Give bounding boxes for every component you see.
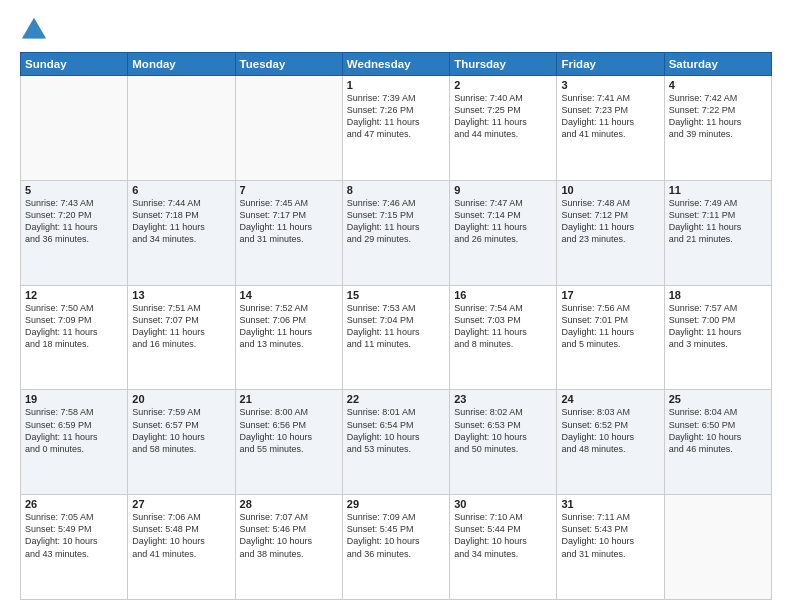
cell-content: Sunrise: 7:44 AM Sunset: 7:18 PM Dayligh… xyxy=(132,197,230,246)
calendar-cell: 4Sunrise: 7:42 AM Sunset: 7:22 PM Daylig… xyxy=(664,76,771,181)
calendar-cell: 19Sunrise: 7:58 AM Sunset: 6:59 PM Dayli… xyxy=(21,390,128,495)
days-header-row: SundayMondayTuesdayWednesdayThursdayFrid… xyxy=(21,53,772,76)
cell-content: Sunrise: 7:09 AM Sunset: 5:45 PM Dayligh… xyxy=(347,511,445,560)
calendar-week-row: 5Sunrise: 7:43 AM Sunset: 7:20 PM Daylig… xyxy=(21,180,772,285)
cell-content: Sunrise: 7:51 AM Sunset: 7:07 PM Dayligh… xyxy=(132,302,230,351)
calendar-cell: 1Sunrise: 7:39 AM Sunset: 7:26 PM Daylig… xyxy=(342,76,449,181)
cell-content: Sunrise: 7:11 AM Sunset: 5:43 PM Dayligh… xyxy=(561,511,659,560)
calendar-cell: 5Sunrise: 7:43 AM Sunset: 7:20 PM Daylig… xyxy=(21,180,128,285)
cell-content: Sunrise: 7:46 AM Sunset: 7:15 PM Dayligh… xyxy=(347,197,445,246)
calendar-cell: 7Sunrise: 7:45 AM Sunset: 7:17 PM Daylig… xyxy=(235,180,342,285)
day-header-saturday: Saturday xyxy=(664,53,771,76)
day-number: 7 xyxy=(240,184,338,196)
cell-content: Sunrise: 8:02 AM Sunset: 6:53 PM Dayligh… xyxy=(454,406,552,455)
day-number: 4 xyxy=(669,79,767,91)
day-number: 1 xyxy=(347,79,445,91)
calendar-cell: 27Sunrise: 7:06 AM Sunset: 5:48 PM Dayli… xyxy=(128,495,235,600)
cell-content: Sunrise: 7:41 AM Sunset: 7:23 PM Dayligh… xyxy=(561,92,659,141)
calendar-week-row: 12Sunrise: 7:50 AM Sunset: 7:09 PM Dayli… xyxy=(21,285,772,390)
cell-content: Sunrise: 7:07 AM Sunset: 5:46 PM Dayligh… xyxy=(240,511,338,560)
calendar-cell: 31Sunrise: 7:11 AM Sunset: 5:43 PM Dayli… xyxy=(557,495,664,600)
calendar-cell: 20Sunrise: 7:59 AM Sunset: 6:57 PM Dayli… xyxy=(128,390,235,495)
day-number: 29 xyxy=(347,498,445,510)
calendar-cell: 16Sunrise: 7:54 AM Sunset: 7:03 PM Dayli… xyxy=(450,285,557,390)
calendar-cell: 6Sunrise: 7:44 AM Sunset: 7:18 PM Daylig… xyxy=(128,180,235,285)
calendar-cell xyxy=(664,495,771,600)
day-number: 27 xyxy=(132,498,230,510)
day-number: 21 xyxy=(240,393,338,405)
header xyxy=(20,16,772,44)
day-number: 24 xyxy=(561,393,659,405)
cell-content: Sunrise: 7:57 AM Sunset: 7:00 PM Dayligh… xyxy=(669,302,767,351)
cell-content: Sunrise: 7:48 AM Sunset: 7:12 PM Dayligh… xyxy=(561,197,659,246)
day-number: 9 xyxy=(454,184,552,196)
cell-content: Sunrise: 7:56 AM Sunset: 7:01 PM Dayligh… xyxy=(561,302,659,351)
cell-content: Sunrise: 7:43 AM Sunset: 7:20 PM Dayligh… xyxy=(25,197,123,246)
calendar-cell: 26Sunrise: 7:05 AM Sunset: 5:49 PM Dayli… xyxy=(21,495,128,600)
calendar-cell: 13Sunrise: 7:51 AM Sunset: 7:07 PM Dayli… xyxy=(128,285,235,390)
day-number: 20 xyxy=(132,393,230,405)
day-number: 16 xyxy=(454,289,552,301)
calendar-cell: 9Sunrise: 7:47 AM Sunset: 7:14 PM Daylig… xyxy=(450,180,557,285)
calendar-cell: 30Sunrise: 7:10 AM Sunset: 5:44 PM Dayli… xyxy=(450,495,557,600)
day-number: 22 xyxy=(347,393,445,405)
cell-content: Sunrise: 7:53 AM Sunset: 7:04 PM Dayligh… xyxy=(347,302,445,351)
cell-content: Sunrise: 7:52 AM Sunset: 7:06 PM Dayligh… xyxy=(240,302,338,351)
cell-content: Sunrise: 7:42 AM Sunset: 7:22 PM Dayligh… xyxy=(669,92,767,141)
day-header-friday: Friday xyxy=(557,53,664,76)
day-number: 5 xyxy=(25,184,123,196)
day-header-thursday: Thursday xyxy=(450,53,557,76)
calendar-cell: 21Sunrise: 8:00 AM Sunset: 6:56 PM Dayli… xyxy=(235,390,342,495)
day-number: 6 xyxy=(132,184,230,196)
calendar-cell: 12Sunrise: 7:50 AM Sunset: 7:09 PM Dayli… xyxy=(21,285,128,390)
day-number: 28 xyxy=(240,498,338,510)
day-number: 31 xyxy=(561,498,659,510)
day-number: 11 xyxy=(669,184,767,196)
day-number: 30 xyxy=(454,498,552,510)
cell-content: Sunrise: 7:47 AM Sunset: 7:14 PM Dayligh… xyxy=(454,197,552,246)
cell-content: Sunrise: 7:10 AM Sunset: 5:44 PM Dayligh… xyxy=(454,511,552,560)
calendar-cell: 11Sunrise: 7:49 AM Sunset: 7:11 PM Dayli… xyxy=(664,180,771,285)
calendar-cell xyxy=(235,76,342,181)
calendar-week-row: 26Sunrise: 7:05 AM Sunset: 5:49 PM Dayli… xyxy=(21,495,772,600)
day-header-tuesday: Tuesday xyxy=(235,53,342,76)
cell-content: Sunrise: 7:45 AM Sunset: 7:17 PM Dayligh… xyxy=(240,197,338,246)
day-number: 13 xyxy=(132,289,230,301)
day-header-sunday: Sunday xyxy=(21,53,128,76)
day-header-wednesday: Wednesday xyxy=(342,53,449,76)
calendar-cell: 10Sunrise: 7:48 AM Sunset: 7:12 PM Dayli… xyxy=(557,180,664,285)
day-number: 2 xyxy=(454,79,552,91)
calendar-cell: 25Sunrise: 8:04 AM Sunset: 6:50 PM Dayli… xyxy=(664,390,771,495)
calendar-cell: 18Sunrise: 7:57 AM Sunset: 7:00 PM Dayli… xyxy=(664,285,771,390)
cell-content: Sunrise: 7:58 AM Sunset: 6:59 PM Dayligh… xyxy=(25,406,123,455)
day-number: 26 xyxy=(25,498,123,510)
cell-content: Sunrise: 7:05 AM Sunset: 5:49 PM Dayligh… xyxy=(25,511,123,560)
day-number: 17 xyxy=(561,289,659,301)
calendar-cell: 24Sunrise: 8:03 AM Sunset: 6:52 PM Dayli… xyxy=(557,390,664,495)
calendar-cell: 15Sunrise: 7:53 AM Sunset: 7:04 PM Dayli… xyxy=(342,285,449,390)
cell-content: Sunrise: 8:01 AM Sunset: 6:54 PM Dayligh… xyxy=(347,406,445,455)
calendar-cell xyxy=(128,76,235,181)
calendar-cell: 3Sunrise: 7:41 AM Sunset: 7:23 PM Daylig… xyxy=(557,76,664,181)
cell-content: Sunrise: 7:49 AM Sunset: 7:11 PM Dayligh… xyxy=(669,197,767,246)
day-number: 3 xyxy=(561,79,659,91)
cell-content: Sunrise: 7:54 AM Sunset: 7:03 PM Dayligh… xyxy=(454,302,552,351)
calendar-cell: 23Sunrise: 8:02 AM Sunset: 6:53 PM Dayli… xyxy=(450,390,557,495)
page: SundayMondayTuesdayWednesdayThursdayFrid… xyxy=(0,0,792,612)
calendar-table: SundayMondayTuesdayWednesdayThursdayFrid… xyxy=(20,52,772,600)
cell-content: Sunrise: 7:39 AM Sunset: 7:26 PM Dayligh… xyxy=(347,92,445,141)
cell-content: Sunrise: 7:59 AM Sunset: 6:57 PM Dayligh… xyxy=(132,406,230,455)
day-number: 8 xyxy=(347,184,445,196)
day-number: 10 xyxy=(561,184,659,196)
logo xyxy=(20,16,52,44)
logo-icon xyxy=(20,16,48,44)
calendar-cell: 8Sunrise: 7:46 AM Sunset: 7:15 PM Daylig… xyxy=(342,180,449,285)
calendar-cell: 22Sunrise: 8:01 AM Sunset: 6:54 PM Dayli… xyxy=(342,390,449,495)
day-number: 23 xyxy=(454,393,552,405)
calendar-cell: 14Sunrise: 7:52 AM Sunset: 7:06 PM Dayli… xyxy=(235,285,342,390)
calendar-cell xyxy=(21,76,128,181)
calendar-week-row: 19Sunrise: 7:58 AM Sunset: 6:59 PM Dayli… xyxy=(21,390,772,495)
calendar-week-row: 1Sunrise: 7:39 AM Sunset: 7:26 PM Daylig… xyxy=(21,76,772,181)
calendar-cell: 17Sunrise: 7:56 AM Sunset: 7:01 PM Dayli… xyxy=(557,285,664,390)
day-number: 14 xyxy=(240,289,338,301)
